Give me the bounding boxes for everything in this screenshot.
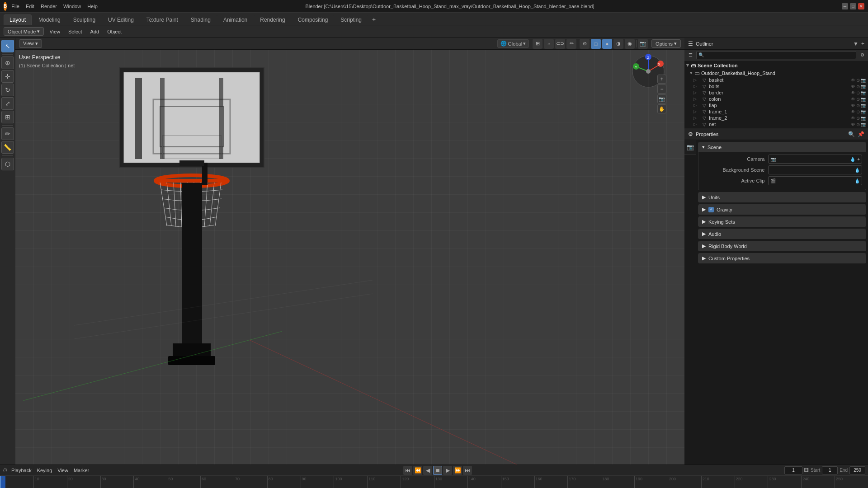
mode-selector[interactable]: Object Mode ▾: [4, 27, 44, 36]
hide-icon[interactable]: 👁: [851, 97, 855, 102]
audio-section-header[interactable]: ▶ Audio: [698, 229, 866, 239]
hide-icon[interactable]: 👁: [851, 84, 855, 89]
scene-collection-root[interactable]: ▾ 🗃 Scene Collection: [684, 61, 868, 69]
tool-move[interactable]: ✛: [1, 70, 14, 83]
camera-new[interactable]: +: [857, 157, 860, 162]
render-icon[interactable]: 📷: [861, 103, 866, 108]
add-workspace-button[interactable]: +: [368, 14, 379, 25]
navigation-gizmo[interactable]: X Y Z + − 📷 ✋: [630, 53, 666, 91]
gravity-section-header[interactable]: ▶ ✓ Gravity: [698, 205, 866, 214]
x-mirror-icon[interactable]: ⊂⊃: [555, 39, 565, 49]
viewport-view-menu[interactable]: View ▾: [19, 39, 42, 48]
header-add[interactable]: Add: [88, 28, 102, 35]
viewport-canvas[interactable]: User Perspective (1) Scene Collection | …: [15, 50, 684, 465]
list-item[interactable]: ▷ ▽ frame_1 👁 ⊙ 📷: [684, 108, 868, 115]
header-view[interactable]: View: [47, 28, 63, 35]
hide-icon[interactable]: 👁: [851, 109, 855, 114]
custom-properties-header[interactable]: ▶ Custom Properties: [698, 253, 866, 263]
tab-uv-editing[interactable]: UV Editing: [102, 14, 140, 25]
render-icon[interactable]: 📷: [861, 84, 866, 89]
list-item[interactable]: ▷ ▽ bolts 👁 ⊙ 📷: [684, 83, 868, 89]
timeline-ruler[interactable]: 1 10 20 30 40 50 60 70 80 90 100 110 120…: [0, 476, 868, 488]
tool-add[interactable]: ⬡: [1, 158, 14, 170]
step-forward-btn[interactable]: ⏩: [453, 466, 462, 475]
tab-rendering[interactable]: Rendering: [254, 14, 291, 25]
tab-scripting[interactable]: Scripting: [335, 14, 368, 25]
select-icon[interactable]: ⊙: [856, 122, 860, 127]
step-back-btn[interactable]: ⏪: [413, 466, 422, 475]
tab-shading[interactable]: Shading: [185, 14, 217, 25]
render-icon[interactable]: 📷: [861, 109, 866, 114]
render-icon[interactable]: 📷: [861, 97, 866, 102]
bg-scene-eyedropper[interactable]: 💧: [854, 168, 860, 173]
outliner-new-icon[interactable]: +: [861, 41, 864, 47]
shading-render-icon[interactable]: ◉: [625, 39, 635, 49]
render-icon[interactable]: 📷: [861, 116, 866, 121]
shading-material-icon[interactable]: ◑: [613, 39, 623, 49]
render-icon[interactable]: 📷: [861, 122, 866, 127]
close-button[interactable]: ✕: [858, 3, 864, 9]
list-item[interactable]: ▷ ▽ frame_2 👁 ⊙ 📷: [684, 115, 868, 121]
shading-solid-icon[interactable]: ●: [602, 39, 612, 49]
project-collection[interactable]: ▾ 🗃 Outdoor_Basketball_Hoop_Stand: [684, 69, 868, 77]
prop-tab-render[interactable]: 📷: [684, 142, 696, 152]
playhead[interactable]: [0, 476, 1, 488]
stop-btn[interactable]: ⏹: [433, 466, 442, 475]
maximize-button[interactable]: □: [850, 3, 856, 9]
tab-sculpting[interactable]: Sculpting: [67, 14, 101, 25]
camera-view-icon[interactable]: 📷: [638, 39, 648, 49]
keying-sets-header[interactable]: ▶ Keying Sets: [698, 217, 866, 226]
select-icon[interactable]: ⊙: [856, 78, 860, 83]
rigid-body-world-header[interactable]: ▶ Rigid Body World: [698, 241, 866, 251]
zoom-out-btn[interactable]: −: [657, 84, 666, 94]
tab-animation[interactable]: Animation: [217, 14, 253, 25]
current-frame-input[interactable]: [784, 466, 802, 474]
tool-rotate[interactable]: ↻: [1, 84, 14, 96]
grease-pencil-icon[interactable]: ✏: [566, 39, 576, 49]
snap-icon[interactable]: ⊞: [533, 39, 542, 49]
view-menu[interactable]: View: [56, 467, 70, 474]
proportional-edit-icon[interactable]: ○: [544, 39, 554, 49]
hide-icon[interactable]: 👁: [851, 122, 855, 127]
tab-texture-paint[interactable]: Texture Paint: [141, 14, 184, 25]
camera-eyedropper[interactable]: 💧: [850, 157, 855, 162]
outliner-display-mode[interactable]: ☰: [686, 51, 694, 59]
header-object[interactable]: Object: [104, 28, 124, 35]
select-icon[interactable]: ⊙: [856, 97, 860, 102]
viewport-area[interactable]: View ▾ 🌐 Global ▾ ⊞ ○ ⊂⊃ ✏ ⊘ □ ● ◑ ◉ 📷: [15, 38, 684, 465]
list-item[interactable]: ▷ ▽ basket 👁 ⊙ 📷: [684, 77, 868, 83]
hide-icon[interactable]: 👁: [851, 103, 855, 108]
select-icon[interactable]: ⊙: [856, 116, 860, 121]
select-icon[interactable]: ⊙: [856, 109, 860, 114]
menu-file[interactable]: File: [9, 3, 21, 10]
render-icon[interactable]: 📷: [861, 90, 866, 95]
camera-icon[interactable]: 📷: [657, 94, 666, 103]
tool-scale[interactable]: ⤢: [1, 97, 14, 110]
playback-menu[interactable]: Playback: [9, 467, 33, 474]
list-item[interactable]: ▷ ▽ colon 👁 ⊙ 📷: [684, 96, 868, 102]
scene-section-header[interactable]: ▾ Scene: [698, 142, 866, 152]
minimize-button[interactable]: ─: [842, 3, 848, 9]
list-item[interactable]: ▷ ▽ border 👁 ⊙ 📷: [684, 89, 868, 96]
clip-eyedropper[interactable]: 💧: [854, 178, 860, 183]
select-icon[interactable]: ⊙: [856, 103, 860, 108]
keying-menu[interactable]: Keying: [35, 467, 54, 474]
overlay-icon[interactable]: ⊘: [580, 39, 590, 49]
select-icon[interactable]: ⊙: [856, 90, 860, 95]
menu-render[interactable]: Render: [39, 3, 59, 10]
tool-transform[interactable]: ⊞: [1, 111, 14, 123]
menu-edit[interactable]: Edit: [24, 3, 36, 10]
tool-cursor[interactable]: ⊕: [1, 56, 14, 69]
tab-modeling[interactable]: Modeling: [33, 14, 66, 25]
tool-measure[interactable]: 📏: [1, 141, 14, 154]
render-icon[interactable]: 📷: [861, 78, 866, 83]
start-frame-input[interactable]: [822, 466, 838, 474]
zoom-in-btn[interactable]: +: [657, 75, 666, 84]
outliner-filter-icon[interactable]: ▼: [853, 41, 859, 47]
units-section-header[interactable]: ▶ Units: [698, 192, 866, 202]
end-frame-input[interactable]: [849, 466, 865, 474]
tool-annotate[interactable]: ✏: [1, 127, 14, 140]
gravity-checkbox[interactable]: ✓: [708, 207, 714, 212]
hide-icon[interactable]: 👁: [851, 90, 855, 95]
select-icon[interactable]: ⊙: [856, 84, 860, 89]
